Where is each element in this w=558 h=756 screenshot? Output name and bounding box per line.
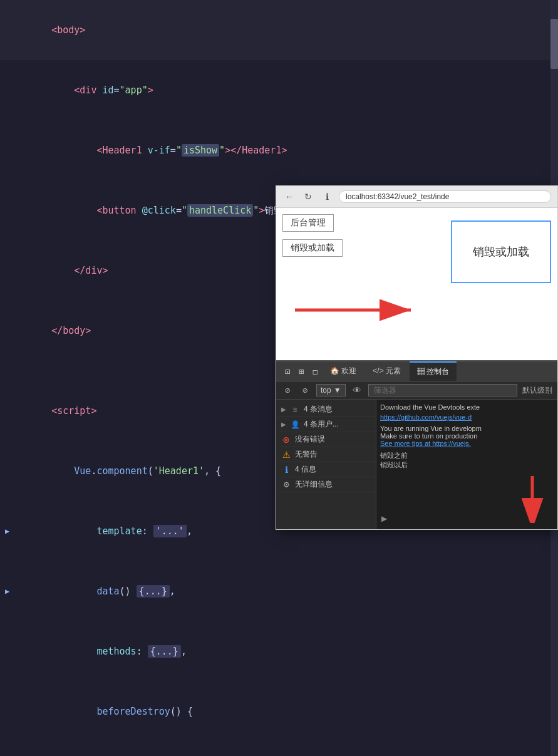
- refresh-button[interactable]: ↻: [301, 190, 315, 204]
- filter-input[interactable]: [368, 384, 517, 396]
- line-arrow: ▶: [5, 521, 15, 541]
- code-line: <div id="app">: [0, 60, 558, 120]
- expand-toggle[interactable]: ▶: [381, 514, 387, 523]
- code-line: beforeDestroy() {: [0, 681, 558, 742]
- blue-box-text: 销毁或加载: [473, 244, 529, 259]
- code-line: methods: {...},: [0, 621, 558, 681]
- devtools-icon-2[interactable]: ⊞: [295, 365, 307, 378]
- devtools-toolbar: ⊘ ⊘ top ▼ 👁 默认级别: [276, 381, 557, 400]
- filter-label: 无警告: [295, 449, 318, 460]
- ban-button[interactable]: ⊘: [299, 384, 311, 396]
- console-filter-user[interactable]: ▶ 👤 4 条用户...: [276, 417, 376, 432]
- scrollbar-thumb[interactable]: [550, 19, 558, 69]
- filter-label: 无详细信息: [295, 479, 333, 490]
- code-line: <Header1 v-if="isShow"></Header1>: [0, 120, 558, 180]
- red-arrow-down: [520, 473, 545, 523]
- destroy-button[interactable]: 销毁或加载: [282, 239, 343, 257]
- top-selector[interactable]: top ▼: [316, 384, 346, 396]
- browser-toolbar: ← ↻ ℹ localhost:63342/vue2_test/inde: [276, 186, 557, 208]
- console-filter-warn[interactable]: ⚠ 无警告: [276, 447, 376, 462]
- backend-button[interactable]: 后台管理: [282, 214, 334, 232]
- tab-elements[interactable]: </> 元素: [365, 362, 408, 380]
- console-msg-devtools: Download the Vue Devtools exte: [380, 403, 554, 411]
- console-msg-link[interactable]: https://github.com/vuejs/vue-d: [380, 413, 554, 421]
- expand-icon: ▶: [281, 421, 286, 428]
- browser-content: 后台管理 销毁或加载 销毁或加载: [276, 208, 557, 360]
- console-msg-running: You are running Vue in developm Make sur…: [380, 425, 554, 447]
- devtools-panel: ⊡ ⊞ ◻ 🏠 欢迎 </> 元素 ▦ 控制台 ⊘ ⊘ top ▼ 👁 默认级别…: [276, 360, 557, 529]
- console-filter-verbose[interactable]: ⚙ 无详细信息: [276, 477, 376, 492]
- console-messages: Download the Vue Devtools exte https://g…: [376, 400, 557, 529]
- line-content: console.log("销毁之前"): [18, 742, 548, 756]
- filter-label: 4 信息: [295, 464, 316, 475]
- default-level-label: 默认级别: [522, 385, 552, 396]
- chevron-down-icon: ▼: [334, 386, 341, 395]
- back-button[interactable]: ←: [282, 190, 296, 204]
- filter-label: 4 条消息: [304, 404, 333, 415]
- expand-icon: ▶: [281, 406, 286, 413]
- console-msg-before-destroy: 销毁之前: [380, 451, 554, 460]
- clear-console-button[interactable]: ⊘: [281, 384, 294, 396]
- warn-icon: ⚠: [281, 450, 291, 460]
- console-body: ▶ ≡ 4 条消息 ▶ 👤 4 条用户... ⊗ 没有错误 ⚠ 无警告: [276, 400, 557, 529]
- tab-welcome[interactable]: 🏠 欢迎: [323, 362, 364, 380]
- info-button[interactable]: ℹ: [320, 190, 334, 204]
- info-icon: ℹ: [281, 465, 291, 475]
- console-filters: ▶ ≡ 4 条消息 ▶ 👤 4 条用户... ⊗ 没有错误 ⚠ 无警告: [276, 400, 376, 529]
- line-content: data() {...},: [18, 561, 548, 621]
- eye-button[interactable]: 👁: [351, 384, 363, 396]
- line-arrow: ▶: [5, 581, 15, 601]
- code-line: console.log("销毁之前"): [0, 742, 558, 756]
- code-line: ▶ data() {...},: [0, 561, 558, 621]
- verbose-icon: ⚙: [281, 480, 291, 490]
- tab-console[interactable]: ▦ 控制台: [410, 361, 457, 381]
- top-label: top: [321, 386, 331, 395]
- devtools-icon-3[interactable]: ◻: [309, 365, 321, 378]
- devtools-icon-1[interactable]: ⊡: [281, 365, 294, 378]
- console-filter-error[interactable]: ⊗ 没有错误: [276, 432, 376, 447]
- browser-url: localhost:63342/vue2_test/inde: [339, 190, 551, 203]
- line-content: <div id="app">: [18, 60, 548, 120]
- code-line: <body>: [0, 0, 558, 60]
- line-content: methods: {...},: [18, 621, 548, 681]
- console-filter-messages[interactable]: ▶ ≡ 4 条消息: [276, 402, 376, 417]
- blue-box: 销毁或加载: [451, 220, 551, 283]
- devtools-tabs: ⊡ ⊞ ◻ 🏠 欢迎 </> 元素 ▦ 控制台: [276, 361, 557, 381]
- error-icon: ⊗: [281, 435, 291, 445]
- browser-window: ← ↻ ℹ localhost:63342/vue2_test/inde 后台管…: [276, 185, 558, 530]
- line-content: <body>: [18, 0, 548, 60]
- filter-label: 没有错误: [295, 434, 325, 445]
- filter-label: 4 条用户...: [304, 419, 339, 430]
- list-icon: ≡: [290, 405, 300, 415]
- line-content: <Header1 v-if="isShow"></Header1>: [18, 120, 548, 180]
- console-filter-info[interactable]: ℹ 4 信息: [276, 462, 376, 477]
- console-msg-destroyed: 销毁以后: [380, 460, 554, 470]
- vuejs-link[interactable]: See more tips at https://vuejs.: [380, 440, 471, 447]
- red-arrow-right: [289, 294, 426, 326]
- user-icon: 👤: [290, 420, 300, 430]
- line-content: beforeDestroy() {: [18, 681, 548, 742]
